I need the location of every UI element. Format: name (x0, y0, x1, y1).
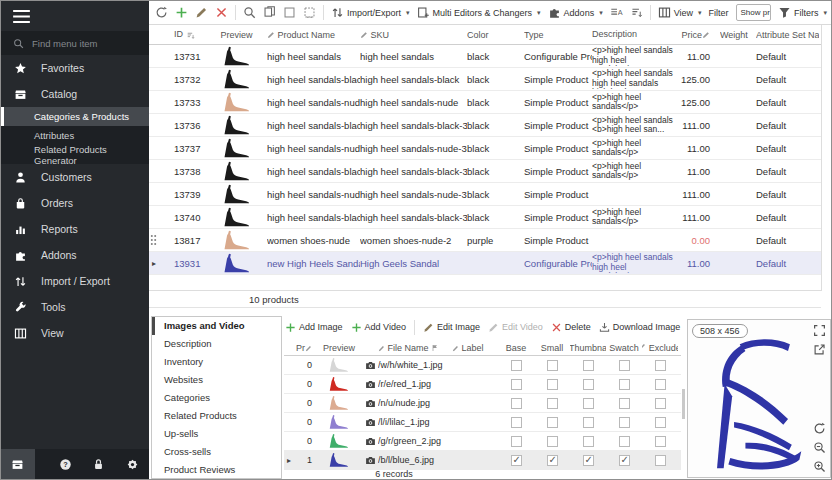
exclude-checkbox[interactable] (655, 398, 666, 409)
delete-product-button[interactable] (215, 6, 228, 19)
table-row[interactable]: 13739 high heel sandals-nude-37 high hee… (149, 183, 821, 206)
column-header-small[interactable]: Small (534, 343, 570, 353)
exclude-checkbox[interactable] (655, 379, 666, 390)
column-header-preview[interactable]: Preview (209, 30, 267, 40)
column-header-sku[interactable]: SKU (360, 30, 467, 40)
rotate-icon[interactable] (813, 422, 826, 435)
hamburger-menu-button[interactable] (1, 1, 149, 31)
column-header-priority[interactable]: Pr (294, 343, 316, 353)
add-image-button[interactable]: Add Image (285, 322, 343, 333)
sidebar-item-view[interactable]: View (1, 320, 149, 346)
thumbnail-checkbox[interactable] (583, 379, 594, 390)
filter-select[interactable]: Show products from selected categories ▾ (736, 4, 771, 21)
thumbnail-checkbox[interactable] (583, 455, 594, 466)
detail-tab[interactable]: Cross-sells (152, 442, 281, 460)
menu-search[interactable] (1, 31, 149, 55)
filters-menu[interactable]: Filters▾ (778, 6, 827, 19)
table-row[interactable]: 13733 high heel sandals-nude high heel s… (149, 91, 821, 114)
detail-tab[interactable]: Product Reviews (152, 460, 281, 478)
detail-tab[interactable]: Categories (152, 389, 281, 407)
edit-product-button[interactable] (195, 6, 208, 19)
column-header-exclude[interactable]: Exclude (642, 343, 678, 353)
open-external-icon[interactable] (813, 343, 826, 356)
thumbnail-checkbox[interactable] (583, 436, 594, 447)
small-checkbox[interactable] (547, 455, 558, 466)
table-row[interactable]: 13732 high heel sandals-black high heel … (149, 68, 821, 91)
column-header-base[interactable]: Base (498, 343, 534, 353)
image-row[interactable]: 0 /l/i/lilac_1.jpg (284, 413, 681, 432)
search-products-button[interactable] (243, 6, 256, 19)
column-header-price[interactable]: Price (678, 30, 720, 40)
column-header-product-name[interactable]: Product Name (267, 30, 360, 40)
small-checkbox[interactable] (547, 436, 558, 447)
lock-button[interactable] (82, 449, 116, 479)
detail-tab[interactable]: Websites (152, 371, 281, 389)
column-header-thumbnail[interactable]: Thumbna (570, 343, 606, 353)
base-checkbox[interactable] (511, 417, 522, 428)
detail-tab[interactable]: Images and Video (152, 317, 281, 335)
sidebar-item-orders[interactable]: Orders (1, 190, 149, 216)
addons-menu[interactable]: Addons▾ (548, 6, 603, 19)
add-product-button[interactable] (175, 6, 188, 19)
store-button[interactable] (1, 449, 35, 479)
view-menu[interactable]: View▾ (658, 6, 702, 19)
detail-tab[interactable]: Up-sells (152, 424, 281, 442)
column-header-id[interactable]: ID (159, 29, 209, 39)
sidebar-item-customers[interactable]: Customers (1, 164, 149, 190)
zoom-in-icon[interactable] (813, 460, 826, 473)
table-row[interactable]: 13817 women shoes-nude women shoes-nude-… (149, 229, 821, 252)
sidebar-item-reports[interactable]: Reports (1, 216, 149, 242)
detail-tab[interactable]: Related Products (152, 406, 281, 424)
images-table-scrollbar[interactable] (682, 389, 685, 419)
sidebar-item-favorites[interactable]: Favorites (1, 55, 149, 81)
swatch-checkbox[interactable] (619, 398, 630, 409)
base-checkbox[interactable] (511, 360, 522, 371)
swatch-checkbox[interactable] (619, 455, 630, 466)
add-video-button[interactable]: Add Video (351, 322, 406, 333)
column-header-description[interactable]: Description (592, 30, 678, 40)
download-image-button[interactable]: Download Image (599, 322, 681, 333)
refresh-button[interactable] (155, 6, 168, 19)
swatch-checkbox[interactable] (619, 417, 630, 428)
detail-tab[interactable]: Description (152, 335, 281, 353)
column-header-preview[interactable]: Preview (316, 343, 362, 353)
edit-video-button[interactable]: Edit Video (488, 322, 543, 333)
delete-image-button[interactable]: Delete (551, 322, 591, 333)
column-header-weight[interactable]: Weight (720, 30, 756, 40)
base-checkbox[interactable] (511, 436, 522, 447)
column-header-swatch[interactable]: Swatch (606, 343, 642, 353)
image-row[interactable]: 0 /n/u/nude.jpg (284, 394, 681, 413)
sidebar-item-catalog[interactable]: Catalog (1, 81, 149, 107)
column-header-color[interactable]: Color (467, 30, 524, 40)
row-expander[interactable]: ▸ (284, 456, 294, 465)
image-row[interactable]: 0 /w/h/white_1.jpg (284, 356, 681, 375)
sidebar-item-attributes[interactable]: Attributes (1, 126, 149, 145)
row-expander[interactable]: ▸ (149, 259, 159, 268)
font-size-button[interactable] (610, 6, 623, 19)
sidebar-item-tools[interactable]: Tools (1, 294, 149, 320)
table-row[interactable]: 13731 high heel sandals high heel sandal… (149, 45, 821, 68)
help-button[interactable] (49, 449, 83, 479)
sidebar-item-related-products-generator[interactable]: Related Products Generator (1, 145, 149, 164)
sidebar-item-import-export[interactable]: Import / Export (1, 268, 149, 294)
checkbox-mode-button[interactable] (283, 6, 296, 19)
small-checkbox[interactable] (547, 398, 558, 409)
table-row[interactable]: 13738 high heel sandals-black-37 high he… (149, 160, 821, 183)
column-header-type[interactable]: Type (524, 30, 592, 40)
exclude-checkbox[interactable] (655, 360, 666, 371)
swatch-checkbox[interactable] (619, 379, 630, 390)
swatch-checkbox[interactable] (619, 360, 630, 371)
table-row[interactable]: ▸ 13931 new High Heels Sandals High Geel… (149, 252, 821, 275)
copy-button[interactable] (263, 6, 276, 19)
exclude-checkbox[interactable] (655, 436, 666, 447)
table-row[interactable]: 13736 high heel sandals-black-36 high he… (149, 114, 821, 137)
swatch-checkbox[interactable] (619, 436, 630, 447)
exclude-checkbox[interactable] (655, 417, 666, 428)
menu-search-input[interactable] (32, 38, 132, 49)
base-checkbox[interactable] (511, 455, 522, 466)
import-export-menu[interactable]: Import/Export▾ (331, 6, 410, 19)
small-checkbox[interactable] (547, 360, 558, 371)
column-header-attribute-set[interactable]: Attribute Set Name (756, 30, 819, 40)
table-row[interactable]: 13737 high heel sandals-nude-36 high hee… (149, 137, 821, 160)
sidebar-item-addons[interactable]: Addons (1, 242, 149, 268)
